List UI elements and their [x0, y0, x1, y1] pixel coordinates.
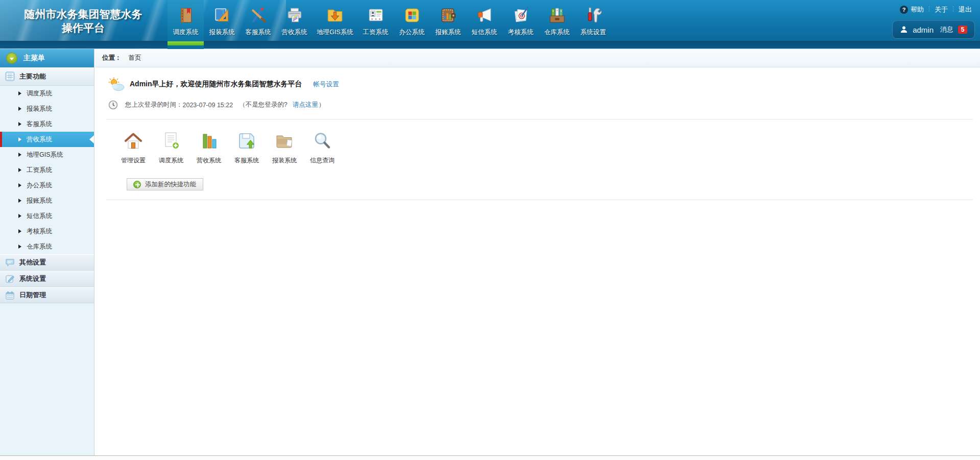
item-label: 客服系统 — [27, 120, 52, 129]
add-shortcut-label: 添加新的快捷功能 — [145, 180, 196, 189]
username[interactable]: admin — [913, 26, 934, 34]
shortcut-dispatch[interactable]: 调度系统 — [152, 131, 190, 165]
speech-bubble-icon — [5, 258, 15, 268]
sidebar-item-assessment[interactable]: 考核系统 — [0, 224, 94, 239]
item-label: 短信系统 — [27, 212, 52, 221]
sidebar-section-date-management[interactable]: 日期管理 — [0, 287, 94, 303]
app-title-line1: 随州市水务集团智慧水务 — [4, 7, 162, 21]
last-login-time: 2023-07-09 15:22 — [183, 102, 233, 109]
nav-tab-payroll[interactable]: 工资系统 — [357, 0, 394, 49]
logout-link[interactable]: 退出 — [959, 5, 972, 14]
shortcut-info-query[interactable]: 信息查询 — [303, 131, 341, 165]
item-label: 地理GIS系统 — [27, 151, 63, 159]
main-content: 位置： 首页 Admin早上好，欢迎使用随州市水务集团智慧水务平台 帐号设置 您… — [95, 49, 980, 455]
nav-tab-office[interactable]: 办公系统 — [394, 0, 430, 49]
nav-tab-installation[interactable]: 报装系统 — [204, 0, 240, 49]
sidebar: 主菜单 主要功能 调度系统 报装系统 客服系统 营收系统 地理GIS系统 工资系… — [0, 49, 94, 455]
welcome-greeting: Admin早上好，欢迎使用随州市水务集团智慧水务平台 — [130, 80, 302, 89]
about-link[interactable]: 关于 — [935, 5, 948, 14]
last-login-prefix: 您上次登录的时间： — [125, 101, 183, 109]
shortcut-installation[interactable]: 报装系统 — [266, 131, 303, 165]
document-plus-icon — [161, 131, 181, 153]
app-logo: 随州市水务集团智慧水务 操作平台 — [4, 7, 162, 35]
horizontal-scrollbar-track[interactable] — [0, 455, 980, 460]
sidebar-item-installation[interactable]: 报装系统 — [0, 101, 94, 116]
help-label: 帮助 — [911, 5, 924, 14]
breadcrumb-current-page[interactable]: 首页 — [129, 54, 141, 62]
sidebar-item-payroll[interactable]: 工资系统 — [0, 162, 94, 178]
sidebar-item-revenue[interactable]: 营收系统 — [0, 132, 94, 147]
user-panel: admin 消息 5 — [892, 20, 975, 39]
sidebar-section-system-settings[interactable]: 系统设置 — [0, 271, 94, 287]
shortcut-customer-service[interactable]: 客服系统 — [228, 131, 266, 165]
sidebar-item-office[interactable]: 办公系统 — [0, 178, 94, 193]
clock-icon — [108, 100, 118, 110]
nav-tab-system-settings[interactable]: 系统设置 — [575, 0, 611, 49]
nav-tab-label: 工资系统 — [363, 28, 389, 37]
nav-tab-assessment[interactable]: 考核系统 — [503, 0, 539, 49]
breadcrumb: 位置： 首页 — [95, 49, 980, 67]
link-separator — [929, 7, 929, 13]
account-settings-link[interactable]: 帐号设置 — [314, 80, 339, 89]
item-label: 办公系统 — [27, 181, 52, 190]
section-label: 主要功能 — [19, 72, 46, 81]
sidebar-title-bar[interactable]: 主菜单 — [0, 49, 94, 67]
shortcut-admin-settings[interactable]: 管理设置 — [114, 131, 152, 165]
sidebar-section-other-settings[interactable]: 其他设置 — [0, 254, 94, 271]
sidebar-item-gis[interactable]: 地理GIS系统 — [0, 147, 94, 162]
shortcut-label: 管理设置 — [121, 156, 146, 165]
content-divider — [106, 200, 973, 200]
help-link[interactable]: ? 帮助 — [900, 5, 924, 14]
nav-tab-label: 系统设置 — [581, 28, 606, 37]
item-label: 仓库系统 — [27, 243, 52, 251]
item-label: 报装系统 — [27, 105, 52, 113]
not-you-link[interactable]: 请点这里 — [293, 101, 318, 109]
item-label: 调度系统 — [27, 89, 52, 98]
logout-label: 退出 — [959, 5, 972, 14]
breadcrumb-label: 位置： — [102, 54, 122, 62]
printer-icon — [286, 5, 303, 26]
floppy-upload-icon — [236, 131, 257, 153]
sidebar-item-accounting[interactable]: 报账系统 — [0, 193, 94, 208]
nav-tab-label: 报装系统 — [209, 28, 235, 37]
app-header: 随州市水务集团智慧水务 操作平台 调度系统 报装系统 客服系统 营收系统 — [0, 0, 980, 49]
nav-tab-label: 短信系统 — [472, 28, 497, 37]
section-label: 日期管理 — [19, 290, 46, 300]
nav-tab-warehouse[interactable]: 仓库系统 — [539, 0, 575, 49]
item-label: 工资系统 — [27, 166, 52, 175]
messages-link[interactable]: 消息 — [940, 25, 953, 34]
menu-collapse-icon[interactable] — [6, 53, 17, 64]
shortcut-label: 营收系统 — [197, 156, 221, 165]
nav-tab-accounting[interactable]: 报账系统 — [430, 0, 466, 49]
pen-paper-icon — [512, 5, 530, 26]
add-shortcut-button[interactable]: 添加新的快捷功能 — [127, 178, 203, 190]
last-login-row: 您上次登录的时间： 2023-07-09 15:22 （不是您登录的? 请点这里… — [108, 100, 980, 110]
folder-document-icon — [274, 131, 295, 153]
tools-icon — [585, 5, 602, 26]
sidebar-item-sms[interactable]: 短信系统 — [0, 208, 94, 224]
shortcut-label: 报装系统 — [272, 156, 297, 165]
item-label: 报账系统 — [27, 197, 52, 205]
sidebar-menu: 调度系统 报装系统 客服系统 营收系统 地理GIS系统 工资系统 办公系统 报账… — [0, 86, 94, 254]
sidebar-item-customer-service[interactable]: 客服系统 — [0, 116, 94, 132]
nav-tab-label: 报账系统 — [436, 28, 461, 37]
nav-tab-gis[interactable]: 地理GIS系统 — [313, 0, 357, 49]
header-links: ? 帮助 关于 退出 — [900, 5, 972, 14]
pencil-brush-icon — [250, 5, 267, 26]
nav-tab-label: 考核系统 — [508, 28, 534, 37]
message-count-badge[interactable]: 5 — [958, 26, 967, 34]
grid-icon — [5, 71, 15, 81]
nav-tab-sms[interactable]: 短信系统 — [466, 0, 503, 49]
bar-chart-icon — [199, 131, 219, 153]
help-icon: ? — [900, 6, 908, 14]
nav-tab-customer-service[interactable]: 客服系统 — [240, 0, 276, 49]
item-label: 营收系统 — [27, 135, 52, 144]
sun-cloud-icon — [107, 77, 126, 92]
shortcut-revenue[interactable]: 营收系统 — [190, 131, 228, 165]
nav-tab-dispatch[interactable]: 调度系统 — [168, 0, 204, 49]
nav-tab-revenue[interactable]: 营收系统 — [276, 0, 313, 49]
sidebar-item-warehouse[interactable]: 仓库系统 — [0, 239, 94, 254]
sidebar-item-dispatch[interactable]: 调度系统 — [0, 86, 94, 101]
sidebar-section-main-functions[interactable]: 主要功能 — [0, 67, 94, 86]
binders-icon — [548, 5, 566, 26]
